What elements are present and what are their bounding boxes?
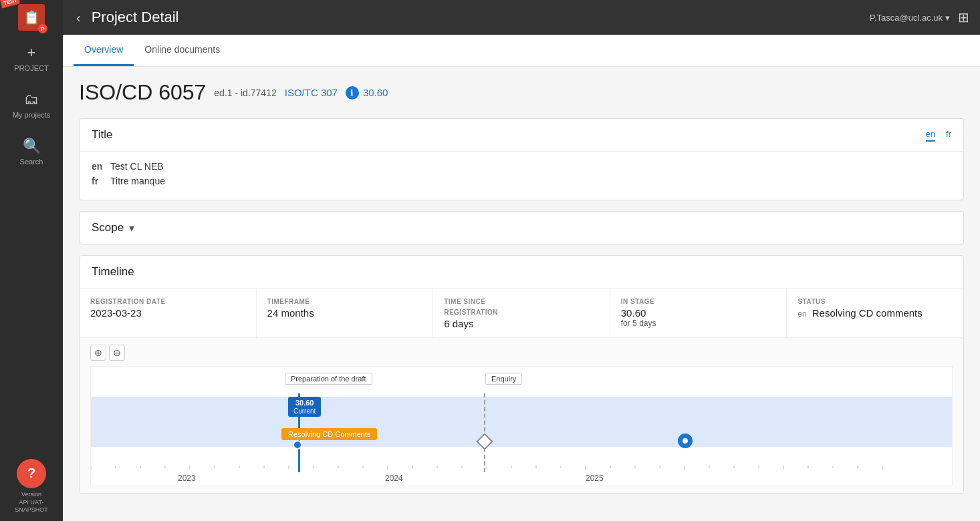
grid-icon[interactable]: ⊞ <box>958 9 969 25</box>
scope-card: Scope ▾ <box>79 211 964 244</box>
year-2024: 2024 <box>385 474 403 483</box>
zoom-controls: ⊕ ⊖ <box>90 345 953 361</box>
zoom-out-icon: ⊖ <box>113 347 121 358</box>
lang-tabs: en fr <box>926 129 951 142</box>
sidebar-project-label: PROJECT <box>14 64 48 72</box>
plus-icon: + <box>27 44 36 61</box>
title-card-title: Title <box>92 128 113 142</box>
meta-timeframe: TIMEFRAME 24 months <box>257 289 434 337</box>
user-menu[interactable]: P.Tasca@ucl.ac.uk ▾ <box>870 13 950 23</box>
meta-status: STATUS en Resolving CD comments <box>787 289 963 337</box>
timeline-meta: REGISTRATION DATE 2023-03-23 TIMEFRAME 2… <box>80 289 963 338</box>
help-button[interactable]: ? <box>17 459 46 488</box>
project-stage: 30.60 <box>363 87 388 98</box>
page-title: Project Detail <box>92 9 862 26</box>
version-text: Version API UAT- SNAPSHOT <box>15 491 48 514</box>
app-logo: 📋 P <box>18 4 45 31</box>
year-2025: 2025 <box>586 474 604 483</box>
timeline-visual: Preparation of the draft Enquiry 30.60 C… <box>90 366 953 486</box>
timeline-band <box>91 397 952 447</box>
user-dropdown-icon: ▾ <box>945 13 950 23</box>
title-card-header: Title en fr <box>80 119 963 152</box>
title-row-fr: fr Titre manque <box>92 176 951 186</box>
meta-reg-value: 2023-03-23 <box>90 307 245 319</box>
p-badge: P <box>38 24 47 33</box>
lang-tab-fr[interactable]: fr <box>946 129 951 142</box>
zoom-in-icon: ⊕ <box>94 347 102 358</box>
zoom-out-button[interactable]: ⊖ <box>109 345 125 361</box>
user-email: P.Tasca@ucl.ac.uk <box>870 13 943 23</box>
scope-chevron-icon: ▾ <box>129 222 134 234</box>
scope-title: Scope <box>92 221 124 234</box>
phase-enquiry-label: Enquiry <box>485 372 522 384</box>
phase-preparation-label: Preparation of the draft <box>285 372 372 384</box>
circle-blue-marker <box>678 433 693 448</box>
search-icon: 🔍 <box>23 138 41 155</box>
meta-time-since-value: 6 days <box>444 318 599 329</box>
tab-online-documents[interactable]: Online documents <box>134 35 231 66</box>
meta-timeframe-label: TIMEFRAME <box>267 297 422 307</box>
meta-time-since: TIME SINCE REGISTRATION 6 days <box>433 289 610 337</box>
meta-timeframe-value: 24 months <box>267 307 422 319</box>
main-area: ‹ Project Detail P.Tasca@ucl.ac.uk ▾ ⊞ O… <box>63 0 980 521</box>
title-lang-fr: fr <box>92 176 105 186</box>
sidebar-item-project[interactable]: + PROJECT <box>0 35 63 81</box>
stage-info-icon[interactable]: ℹ <box>346 86 359 100</box>
timeline-card: Timeline REGISTRATION DATE 2023-03-23 TI… <box>79 255 964 494</box>
meta-reg-label: REGISTRATION DATE <box>90 297 245 307</box>
meta-status-row: en Resolving CD comments <box>798 307 953 319</box>
project-heading: ISO/CD 6057 ed.1 - id.77412 ISO/TC 307 ℹ… <box>79 80 964 105</box>
sidebar-item-search[interactable]: 🔍 Search <box>0 128 63 175</box>
tc-link[interactable]: ISO/TC 307 <box>285 87 338 98</box>
title-card-body: en Test CL NEB fr Titre manque <box>80 152 963 200</box>
current-stage-tooltip: 30.60 Current <box>288 397 321 417</box>
timeline-chart: ⊕ ⊖ Preparation of the draft Enquiry <box>80 338 963 493</box>
current-circle-marker <box>293 440 302 450</box>
sidebar-logo: TEST 📋 P <box>0 0 63 35</box>
timeline-ticks <box>91 466 952 475</box>
timeline-header: Timeline <box>80 256 963 289</box>
meta-in-stage-label: IN STAGE <box>621 297 776 307</box>
back-button[interactable]: ‹ <box>74 7 84 28</box>
sidebar-bottom: ? Version API UAT- SNAPSHOT <box>15 459 48 514</box>
resolving-tooltip: Resolving CD Comments <box>281 428 377 440</box>
zoom-in-button[interactable]: ⊕ <box>90 345 106 361</box>
meta-status-label: STATUS <box>798 297 953 307</box>
title-row-en: en Test CL NEB <box>92 161 951 172</box>
title-lang-en: en <box>92 161 105 172</box>
meta-status-value: Resolving CD comments <box>812 307 923 319</box>
meta-status-lang: en <box>798 309 806 319</box>
title-card: Title en fr en Test CL NEB fr Titre manq… <box>79 118 964 200</box>
title-en-value: Test CL NEB <box>110 161 164 172</box>
meta-in-stage-value: 30.60 <box>621 307 776 319</box>
tab-overview[interactable]: Overview <box>74 35 134 66</box>
lang-tab-en[interactable]: en <box>926 129 935 142</box>
content-area: ISO/CD 6057 ed.1 - id.77412 ISO/TC 307 ℹ… <box>63 67 980 521</box>
sidebar: TEST 📋 P + PROJECT 🗂 My projects 🔍 Searc… <box>0 0 63 521</box>
meta-in-stage-sub: for 5 days <box>621 319 776 328</box>
title-fr-value: Titre manque <box>110 176 165 186</box>
sidebar-item-my-projects[interactable]: 🗂 My projects <box>0 81 63 128</box>
timeline-title: Timeline <box>92 265 134 278</box>
sidebar-my-projects-label: My projects <box>13 111 50 119</box>
tabbar: Overview Online documents <box>63 35 980 67</box>
meta-registration-date: REGISTRATION DATE 2023-03-23 <box>80 289 257 337</box>
project-edition: ed.1 - id.77412 <box>214 88 276 98</box>
meta-in-stage: IN STAGE 30.60 for 5 days <box>610 289 787 337</box>
help-icon: ? <box>27 466 35 481</box>
year-2023: 2023 <box>178 474 196 483</box>
scope-header[interactable]: Scope ▾ <box>80 212 963 244</box>
topbar: ‹ Project Detail P.Tasca@ucl.ac.uk ▾ ⊞ <box>63 0 980 35</box>
project-id: ISO/CD 6057 <box>79 80 206 105</box>
folder-icon: 🗂 <box>24 91 39 108</box>
meta-time-since-label: TIME SINCE REGISTRATION <box>444 297 599 318</box>
sidebar-search-label: Search <box>20 158 43 166</box>
